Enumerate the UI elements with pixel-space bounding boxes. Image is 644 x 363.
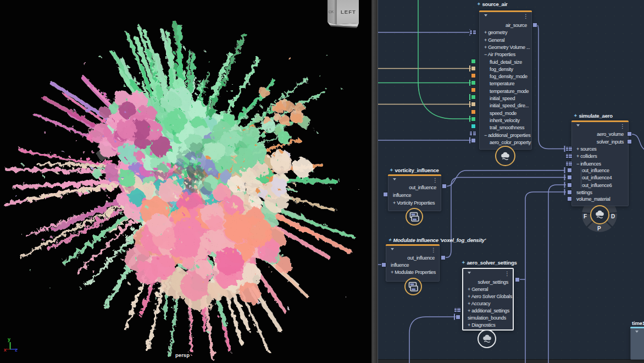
svg-text:LEFT: LEFT: [341, 9, 356, 15]
svg-text:F: F: [584, 213, 587, 219]
svg-text:D: D: [611, 213, 615, 219]
svg-text:CK: CK: [329, 9, 334, 14]
svg-text:P: P: [597, 226, 601, 232]
svg-text:z: z: [15, 347, 18, 353]
svg-text:x: x: [4, 347, 7, 353]
svg-text:y: y: [8, 337, 10, 342]
